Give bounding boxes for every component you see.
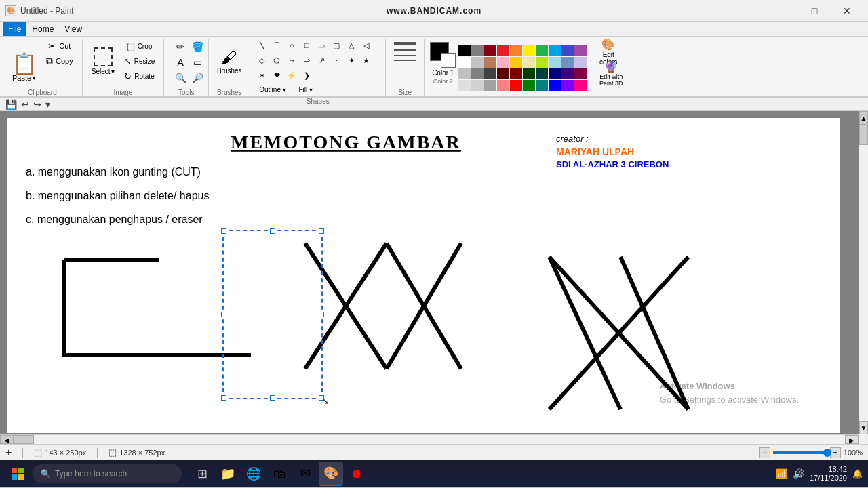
crop-button[interactable]: ⬚ Crop (121, 39, 159, 53)
lightning-shape[interactable]: ⚡ (285, 69, 298, 81)
size-4px[interactable] (394, 42, 416, 45)
zoom-thumb[interactable] (823, 449, 831, 457)
menu-view[interactable]: View (59, 22, 87, 36)
magnify-tool[interactable]: 🔎 (186, 70, 208, 85)
edge-btn[interactable]: 🌐 (241, 462, 266, 486)
palette-color[interactable] (471, 57, 484, 68)
rect-shape[interactable]: □ (300, 39, 313, 52)
copy-button[interactable]: ⧉ Copy (43, 54, 77, 68)
scrollbar-horizontal[interactable]: ◀ ▶ (0, 434, 859, 444)
palette-color[interactable] (497, 57, 509, 68)
palette-color[interactable] (458, 57, 471, 68)
star4-shape[interactable]: ✦ (345, 54, 357, 66)
palette-color[interactable] (510, 80, 522, 91)
palette-color[interactable] (536, 68, 548, 79)
handle-br[interactable] (319, 395, 324, 401)
diam-shape[interactable]: ◇ (256, 54, 268, 66)
add-canvas-btn[interactable]: + (5, 447, 12, 459)
maximize-button[interactable]: □ (799, 2, 830, 20)
taskbar-clock[interactable]: 18:42 17/11/2020 (810, 465, 847, 483)
palette-color[interactable] (536, 57, 548, 68)
close-button[interactable]: ✕ (831, 2, 863, 20)
scroll-up-btn[interactable]: ▲ (859, 111, 868, 125)
scroll-left-btn[interactable]: ◀ (0, 435, 14, 444)
undo-quick-btn[interactable]: ↩ (21, 99, 29, 110)
palette-color[interactable] (561, 57, 574, 68)
palette-color[interactable] (536, 45, 548, 56)
store-btn[interactable]: 🛍 (267, 462, 292, 486)
arrow2-shape[interactable]: ⇒ (300, 54, 313, 66)
size-3px[interactable] (394, 49, 416, 51)
save-quick-btn[interactable]: 💾 (5, 99, 17, 110)
palette-color[interactable] (471, 45, 484, 56)
start-button[interactable] (5, 462, 30, 486)
palette-color[interactable] (549, 68, 561, 79)
task-view-btn[interactable]: ⊞ (190, 462, 214, 486)
menu-file[interactable]: File (3, 22, 26, 36)
palette-color[interactable] (523, 68, 535, 79)
customize-quick-btn[interactable]: ▾ (45, 99, 50, 110)
rect2-shape[interactable]: ▭ (315, 39, 328, 52)
mail-btn[interactable]: ✉ (293, 462, 317, 486)
palette-color[interactable] (523, 45, 535, 56)
handle-ml[interactable] (221, 312, 226, 317)
fill-tool[interactable]: 🪣 (186, 39, 208, 54)
scroll-thumb-v[interactable] (859, 125, 868, 145)
palette-color[interactable] (497, 68, 509, 79)
palette-color[interactable] (484, 57, 496, 68)
palette-color[interactable] (510, 68, 522, 79)
edit-paint3d-button[interactable]: 🔮 Edit with Paint 3D (592, 64, 630, 83)
scroll-right-btn[interactable]: ▶ (845, 435, 859, 444)
zoom-slider[interactable] (773, 451, 827, 454)
palette-color[interactable] (523, 80, 535, 91)
scrollbar-vertical[interactable]: ▲ ▼ (859, 111, 868, 434)
handle-tm[interactable] (270, 228, 275, 234)
pent-shape[interactable]: ⬠ (271, 54, 283, 66)
tri-shape[interactable]: △ (345, 39, 357, 52)
rtri-shape[interactable]: ◁ (360, 39, 372, 52)
palette-color[interactable] (549, 80, 561, 91)
oval-shape[interactable]: ○ (285, 39, 298, 52)
size-2px[interactable] (394, 55, 416, 56)
paste-button[interactable]: 📋 Paste▾ (8, 39, 40, 83)
palette-color[interactable] (561, 45, 574, 56)
fill-button[interactable]: Fill ▾ (295, 83, 317, 96)
palette-color[interactable] (510, 45, 522, 56)
palette-color[interactable] (549, 57, 561, 68)
brushes-button[interactable]: 🖌 Brushes (214, 39, 244, 83)
rrect-shape[interactable]: ▢ (330, 39, 342, 52)
chevron-shape[interactable]: ❯ (300, 69, 313, 81)
paint-taskbar-btn[interactable]: 🎨 (319, 462, 343, 486)
palette-color[interactable] (574, 57, 587, 68)
minimize-button[interactable]: — (766, 2, 797, 20)
palette-color[interactable] (471, 80, 484, 91)
rotate-button[interactable]: ↻ Rotate (121, 69, 159, 83)
arrow3-shape[interactable]: ↗ (315, 54, 328, 66)
palette-color[interactable] (471, 68, 484, 79)
search-bar[interactable]: 🔍 Type here to search (33, 464, 182, 483)
handle-tr[interactable] (319, 228, 324, 234)
palette-color[interactable] (458, 80, 471, 91)
line-shape[interactable]: ╲ (256, 39, 268, 52)
palette-color[interactable] (574, 80, 587, 91)
scroll-down-btn[interactable]: ▼ (859, 421, 868, 434)
zoom-in-btn[interactable]: + (830, 447, 841, 458)
palette-color[interactable] (574, 45, 587, 56)
arrow-shape[interactable]: → (285, 54, 298, 66)
palette-color[interactable] (561, 68, 574, 79)
palette-color[interactable] (497, 45, 509, 56)
palette-color[interactable] (497, 80, 509, 91)
curve-shape[interactable]: ⌒ (271, 39, 283, 52)
palette-color[interactable] (536, 80, 548, 91)
handle-tl[interactable] (221, 228, 226, 234)
file-explorer-btn[interactable]: 📁 (216, 462, 240, 486)
palette-color[interactable] (458, 45, 471, 56)
palette-color[interactable] (561, 80, 574, 91)
palette-color[interactable] (549, 45, 561, 56)
edit-colors-button[interactable]: 🎨 Edit colors (592, 42, 625, 61)
palette-color[interactable] (484, 80, 496, 91)
palette-color[interactable] (523, 57, 535, 68)
palette-color[interactable] (458, 68, 471, 79)
menu-home[interactable]: Home (26, 22, 59, 36)
select-button[interactable]: Select▾ (88, 39, 118, 83)
